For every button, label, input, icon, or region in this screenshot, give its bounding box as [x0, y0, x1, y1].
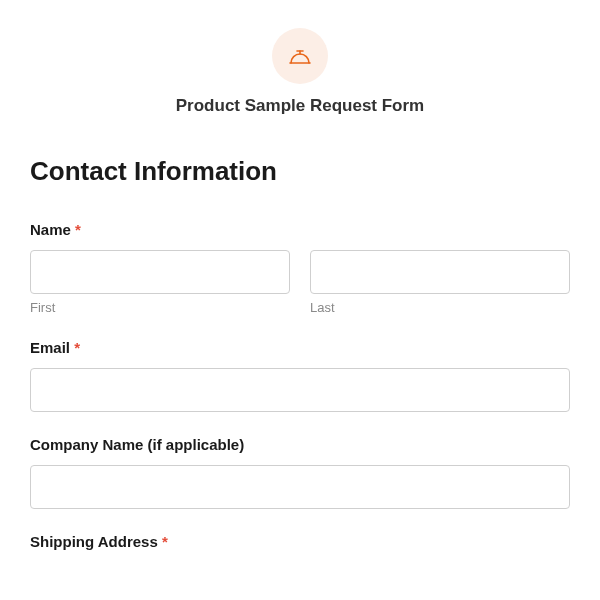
first-name-input[interactable]	[30, 250, 290, 294]
required-mark: *	[162, 533, 168, 550]
company-label: Company Name (if applicable)	[30, 436, 570, 453]
company-field-group: Company Name (if applicable)	[30, 436, 570, 509]
last-name-input[interactable]	[310, 250, 570, 294]
section-title: Contact Information	[30, 156, 570, 187]
service-bell-icon	[285, 41, 315, 71]
company-label-text: Company Name (if applicable)	[30, 436, 244, 453]
email-field-group: Email *	[30, 339, 570, 412]
name-label-text: Name	[30, 221, 71, 238]
shipping-label: Shipping Address *	[30, 533, 570, 550]
shipping-field-group: Shipping Address *	[30, 533, 570, 550]
first-name-sublabel: First	[30, 300, 290, 315]
required-mark: *	[74, 339, 80, 356]
required-mark: *	[75, 221, 81, 238]
email-input[interactable]	[30, 368, 570, 412]
company-input[interactable]	[30, 465, 570, 509]
name-field-group: Name * First Last	[30, 221, 570, 315]
email-label-text: Email	[30, 339, 70, 356]
name-label: Name *	[30, 221, 570, 238]
bell-icon-wrap	[272, 28, 328, 84]
form-title: Product Sample Request Form	[30, 96, 570, 116]
email-label: Email *	[30, 339, 570, 356]
shipping-label-text: Shipping Address	[30, 533, 158, 550]
last-name-sublabel: Last	[310, 300, 570, 315]
